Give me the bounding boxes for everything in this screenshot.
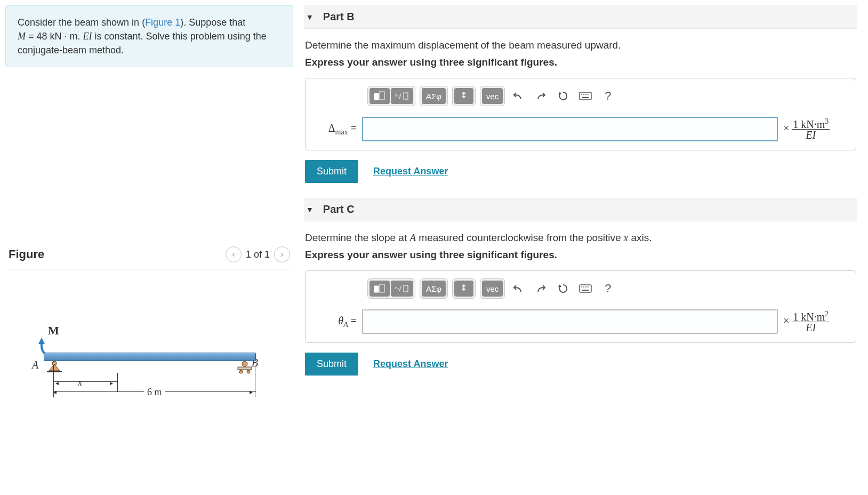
beam-bar — [44, 353, 256, 361]
part-c-input-block: ⁿ√ ΑΣφ vec — [305, 270, 856, 343]
subscript-button[interactable] — [454, 88, 473, 104]
svg-point-6 — [239, 370, 243, 373]
part-c-answer-input[interactable] — [362, 309, 778, 334]
svg-marker-2 — [49, 364, 60, 371]
undo-button[interactable] — [509, 281, 527, 297]
figure-link[interactable]: Figure 1 — [145, 17, 180, 28]
figure-next-button[interactable]: › — [274, 246, 290, 262]
svg-rect-22 — [404, 285, 408, 292]
svg-point-27 — [585, 286, 586, 288]
part-c-title: Part C — [323, 203, 355, 215]
greek-button[interactable]: ΑΣφ — [422, 88, 446, 104]
undo-button[interactable] — [509, 88, 527, 104]
svg-point-17 — [588, 94, 589, 95]
vector-button[interactable]: vec — [482, 281, 503, 297]
part-b-submit-button[interactable]: Submit — [305, 160, 358, 183]
svg-rect-20 — [380, 284, 384, 292]
figure-counter: 1 of 1 — [246, 249, 270, 260]
part-b-header[interactable]: ▼ Part B — [304, 5, 857, 29]
help-button[interactable]: ? — [599, 88, 617, 104]
caret-down-icon: ▼ — [306, 205, 314, 214]
part-b-description: Determine the maximum displacement of th… — [305, 39, 856, 51]
part-c-request-answer-link[interactable]: Request Answer — [373, 358, 448, 370]
svg-rect-8 — [374, 93, 379, 100]
part-b-hint: Express your answer using three signific… — [305, 57, 856, 68]
svg-point-4 — [242, 361, 247, 366]
svg-rect-9 — [380, 92, 384, 100]
svg-marker-23 — [558, 284, 561, 287]
svg-text:ⁿ√: ⁿ√ — [395, 92, 402, 100]
svg-point-25 — [581, 286, 582, 288]
subscript-button[interactable] — [454, 281, 473, 297]
svg-rect-29 — [582, 290, 589, 291]
part-c-header[interactable]: ▼ Part C — [304, 198, 857, 221]
part-c-submit-button[interactable]: Submit — [305, 353, 358, 376]
svg-point-14 — [581, 94, 582, 95]
svg-point-16 — [585, 94, 586, 95]
part-b-input-block: ⁿ√ ΑΣφ vec — [305, 78, 856, 150]
svg-point-7 — [247, 370, 250, 373]
part-c-hint: Express your answer using three signific… — [305, 249, 856, 261]
svg-rect-13 — [580, 92, 591, 100]
svg-point-15 — [583, 94, 584, 95]
svg-point-28 — [588, 286, 589, 288]
template-button[interactable] — [369, 281, 390, 297]
part-b-units: × 1 kN·m3EI — [783, 118, 847, 141]
svg-marker-0 — [38, 338, 45, 344]
help-button[interactable]: ? — [599, 281, 617, 297]
part-b-variable: Δmax = — [314, 122, 357, 137]
radical-button[interactable]: ⁿ√ — [391, 281, 413, 297]
caret-down-icon: ▼ — [306, 13, 314, 21]
vector-button[interactable]: vec — [482, 88, 503, 104]
figure-title: Figure — [9, 248, 44, 261]
svg-rect-18 — [582, 97, 589, 98]
svg-marker-12 — [558, 92, 561, 94]
reset-button[interactable] — [554, 281, 572, 297]
part-b-request-answer-link[interactable]: Request Answer — [373, 166, 448, 177]
redo-button[interactable] — [532, 88, 550, 104]
svg-rect-5 — [238, 367, 252, 370]
svg-text:ⁿ√: ⁿ√ — [395, 285, 402, 293]
keyboard-button[interactable] — [576, 88, 594, 104]
pin-support-icon — [47, 361, 62, 373]
svg-point-26 — [583, 286, 584, 288]
part-b-title: Part B — [323, 11, 355, 23]
keyboard-button[interactable] — [576, 281, 594, 297]
problem-statement: Consider the beam shown in (Figure 1). S… — [5, 5, 293, 67]
part-b-answer-input[interactable] — [362, 117, 778, 141]
svg-rect-19 — [374, 286, 379, 292]
reset-button[interactable] — [554, 88, 572, 104]
part-c-description: Determine the slope at A measured counte… — [305, 232, 856, 244]
part-c-units: × 1 kN·m2EI — [783, 310, 847, 333]
svg-rect-24 — [580, 285, 591, 292]
template-button[interactable] — [369, 88, 390, 104]
roller-support-icon — [237, 361, 253, 374]
svg-rect-11 — [404, 93, 408, 99]
greek-button[interactable]: ΑΣφ — [422, 281, 446, 297]
radical-button[interactable]: ⁿ√ — [391, 88, 413, 104]
problem-text: Consider the beam shown in ( — [18, 17, 145, 28]
figure-prev-button[interactable]: ‹ — [226, 246, 242, 262]
beam-diagram: M A B — [32, 328, 256, 408]
part-c-variable: θA = — [314, 315, 357, 329]
redo-button[interactable] — [532, 281, 550, 297]
